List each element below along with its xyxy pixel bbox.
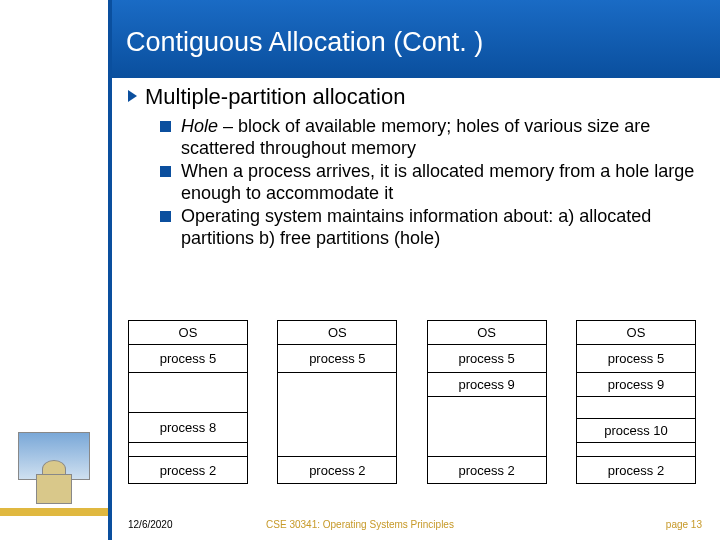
sub1-rest: – block of available memory; holes of va… [181, 116, 650, 158]
cell-p5: process 5 [278, 345, 396, 373]
cell-os: OS [129, 321, 247, 345]
square-bullet-icon [160, 166, 171, 177]
cell-p9: process 9 [428, 373, 546, 397]
memory-column-1: OS process 5 process 8 process 2 [128, 320, 248, 484]
square-bullet-icon [160, 211, 171, 222]
cell-gap [577, 397, 695, 419]
dome-building [36, 474, 72, 504]
bullet-level1: Multiple-partition allocation [128, 84, 700, 110]
cell-p2: process 2 [278, 457, 396, 483]
slide-title: Contiguous Allocation (Cont. ) [126, 27, 483, 58]
cell-p10: process 10 [577, 419, 695, 443]
cell-gap [278, 373, 396, 457]
cell-gap [428, 397, 546, 457]
square-bullet-icon [160, 121, 171, 132]
memory-column-4: OS process 5 process 9 process 10 proces… [576, 320, 696, 484]
cell-p2: process 2 [129, 457, 247, 483]
cell-os: OS [577, 321, 695, 345]
footer-page: page 13 [666, 519, 702, 530]
cell-p5: process 5 [428, 345, 546, 373]
memory-column-3: OS process 5 process 9 process 2 [427, 320, 547, 484]
sub1-text: Hole – block of available memory; holes … [181, 116, 700, 159]
cell-p8: process 8 [129, 413, 247, 443]
sub2-text: When a process arrives, it is allocated … [181, 161, 700, 204]
cell-os: OS [278, 321, 396, 345]
bullet1-text: Multiple-partition allocation [145, 84, 405, 110]
memory-diagrams: OS process 5 process 8 process 2 OS proc… [128, 320, 696, 484]
cell-gap [577, 443, 695, 457]
footer-course: CSE 30341: Operating Systems Principles [0, 519, 720, 530]
sublist: Hole – block of available memory; holes … [160, 116, 700, 250]
cell-gap [129, 443, 247, 457]
bullet-level2: Operating system maintains information a… [160, 206, 700, 249]
bullet-level2: Hole – block of available memory; holes … [160, 116, 700, 159]
slide: Contiguous Allocation (Cont. ) Multiple-… [0, 0, 720, 540]
cell-p2: process 2 [428, 457, 546, 483]
title-bar: Contiguous Allocation (Cont. ) [112, 0, 720, 78]
cell-gap [129, 373, 247, 413]
cell-os: OS [428, 321, 546, 345]
triangle-bullet-icon [128, 90, 137, 102]
vertical-rule [108, 0, 112, 540]
cell-p5: process 5 [129, 345, 247, 373]
memory-column-2: OS process 5 process 2 [277, 320, 397, 484]
hole-term: Hole [181, 116, 218, 136]
gold-bar [0, 508, 108, 516]
cell-p2: process 2 [577, 457, 695, 483]
cell-p9: process 9 [577, 373, 695, 397]
sub3-text: Operating system maintains information a… [181, 206, 700, 249]
body: Multiple-partition allocation Hole – blo… [128, 84, 700, 252]
dome-logo [18, 432, 90, 504]
bullet-level2: When a process arrives, it is allocated … [160, 161, 700, 204]
cell-p5: process 5 [577, 345, 695, 373]
